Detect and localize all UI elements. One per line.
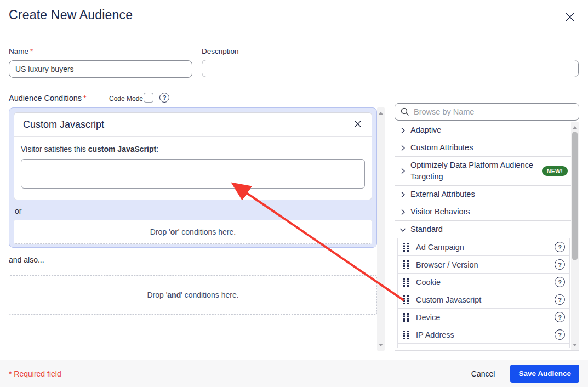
cancel-button[interactable]: Cancel <box>466 366 501 382</box>
chevron-right-icon <box>399 191 406 198</box>
drag-handle-icon[interactable] <box>403 331 409 339</box>
or-connector-label: or <box>15 207 372 215</box>
condition-sentence: Visitor satisfies this custom JavaScript… <box>21 145 365 153</box>
category-list-scrollbar[interactable] <box>571 122 579 351</box>
description-field[interactable] <box>202 60 579 77</box>
condition-item-partial <box>397 344 570 348</box>
condition-item-cookie[interactable]: Cookie ? <box>397 274 570 291</box>
or-group-panel: Custom Javascript Visitor satisfies this… <box>9 107 377 248</box>
condition-sentence-prefix: Visitor satisfies this <box>21 145 88 153</box>
category-visitor-behaviors[interactable]: Visitor Behaviors <box>395 203 579 221</box>
scroll-down-icon[interactable] <box>379 344 383 346</box>
drop-and-text: Drop 'and' conditions here. <box>147 291 238 299</box>
category-label: Optimizely Data Platform Audience Target… <box>410 160 536 183</box>
category-label: External Attributes <box>410 189 475 200</box>
chevron-right-icon <box>399 209 406 215</box>
conditions-required-asterisk: * <box>83 94 87 103</box>
condition-card-custom-javascript: Custom Javascript Visitor satisfies this… <box>14 112 372 200</box>
help-icon[interactable]: ? <box>555 329 565 340</box>
category-label: Adaptive <box>410 124 441 136</box>
name-required-asterisk: * <box>30 47 33 55</box>
condition-item-label: Cookie <box>416 278 441 287</box>
audience-conditions-label: Audience Conditions* <box>9 94 87 103</box>
condition-sentence-bold: custom JavaScript <box>88 145 157 153</box>
search-icon <box>400 107 410 119</box>
scroll-thumb[interactable] <box>572 132 578 260</box>
drop-and-prefix: Drop ' <box>147 291 167 299</box>
category-custom-attributes[interactable]: Custom Attributes <box>395 139 579 157</box>
chevron-right-icon <box>399 168 406 174</box>
drop-or-suffix: ' conditions here. <box>178 227 236 236</box>
chevron-right-icon <box>399 145 406 151</box>
category-standard[interactable]: Standard <box>395 221 579 238</box>
help-icon[interactable]: ? <box>555 312 565 322</box>
drag-handle-icon[interactable] <box>403 295 409 304</box>
custom-javascript-textarea[interactable] <box>21 159 365 189</box>
scroll-up-icon[interactable] <box>573 126 577 129</box>
drop-or-prefix: Drop ' <box>150 227 170 236</box>
condition-card-title: Custom Javascript <box>23 119 104 130</box>
drop-or-conditions-zone[interactable]: Drop 'or' conditions here. <box>14 220 372 244</box>
audience-conditions-label-text: Audience Conditions <box>9 94 82 103</box>
code-mode-checkbox[interactable] <box>144 93 153 103</box>
scroll-up-icon[interactable] <box>379 112 383 115</box>
drag-handle-icon[interactable] <box>403 278 409 287</box>
condition-sentence-suffix: : <box>156 145 158 153</box>
condition-item-label: Custom Javascript <box>416 295 481 304</box>
category-list: Adaptive Custom Attributes Optimizely Da… <box>395 122 579 351</box>
code-mode-label: Code Mode <box>109 95 143 103</box>
condition-item-device[interactable]: Device ? <box>397 309 570 326</box>
search-box <box>395 103 579 121</box>
drag-handle-icon[interactable] <box>403 243 409 252</box>
code-mode-help-icon[interactable]: ? <box>159 93 169 103</box>
modal-footer: * Required field Cancel Save Audience <box>0 360 588 387</box>
conditions-builder: Custom Javascript Visitor satisfies this… <box>9 107 385 351</box>
and-also-label: and also... <box>9 255 44 264</box>
condition-item-custom-javascript[interactable]: Custom Javascript ? <box>397 291 570 309</box>
name-field[interactable] <box>9 60 192 78</box>
close-icon[interactable] <box>564 10 579 24</box>
browse-search-input[interactable] <box>395 103 579 121</box>
save-audience-button[interactable]: Save Audience <box>510 365 579 383</box>
drop-and-conditions-zone[interactable]: Drop 'and' conditions here. <box>9 275 377 315</box>
category-odp-audience-targeting[interactable]: Optimizely Data Platform Audience Target… <box>395 157 579 186</box>
condition-item-label: Device <box>416 313 440 322</box>
condition-item-label: Browser / Version <box>416 260 478 269</box>
page-title: Create New Audience <box>9 8 133 22</box>
condition-item-ip-address[interactable]: IP Address ? <box>397 326 570 344</box>
condition-browser: Adaptive Custom Attributes Optimizely Da… <box>395 103 579 351</box>
category-label: Visitor Behaviors <box>410 206 470 218</box>
drop-or-bold: or <box>170 227 178 236</box>
chevron-down-icon <box>399 226 406 233</box>
condition-item-label: Ad Campaign <box>416 243 464 252</box>
help-icon[interactable]: ? <box>555 242 565 252</box>
description-label: Description <box>202 47 239 55</box>
condition-item-label: IP Address <box>416 331 454 339</box>
help-icon[interactable]: ? <box>555 259 565 270</box>
builder-scrollbar[interactable] <box>377 107 385 351</box>
condition-card-header: Custom Javascript <box>14 113 372 137</box>
condition-item-browser-version[interactable]: Browser / Version ? <box>397 256 570 274</box>
condition-item-ad-campaign[interactable]: Ad Campaign ? <box>397 238 570 256</box>
category-adaptive[interactable]: Adaptive <box>395 122 579 139</box>
drop-or-text: Drop 'or' conditions here. <box>150 227 236 236</box>
condition-remove-icon[interactable] <box>353 119 363 130</box>
category-external-attributes[interactable]: External Attributes <box>395 186 579 203</box>
new-badge: NEW! <box>542 166 568 176</box>
help-icon[interactable]: ? <box>555 277 565 287</box>
chevron-right-icon <box>399 127 406 134</box>
scroll-down-icon[interactable] <box>573 344 577 346</box>
drop-and-bold: and <box>167 291 181 299</box>
condition-card-body: Visitor satisfies this custom JavaScript… <box>14 137 372 200</box>
category-label: Custom Attributes <box>410 142 473 153</box>
name-label: Name* <box>9 47 33 55</box>
name-label-text: Name <box>9 47 28 55</box>
drag-handle-icon[interactable] <box>403 313 409 322</box>
required-field-note: * Required field <box>9 369 61 378</box>
drop-and-suffix: ' conditions here. <box>181 291 238 299</box>
drag-handle-icon[interactable] <box>403 260 409 269</box>
category-label: Standard <box>410 224 443 235</box>
help-icon[interactable]: ? <box>555 294 565 305</box>
